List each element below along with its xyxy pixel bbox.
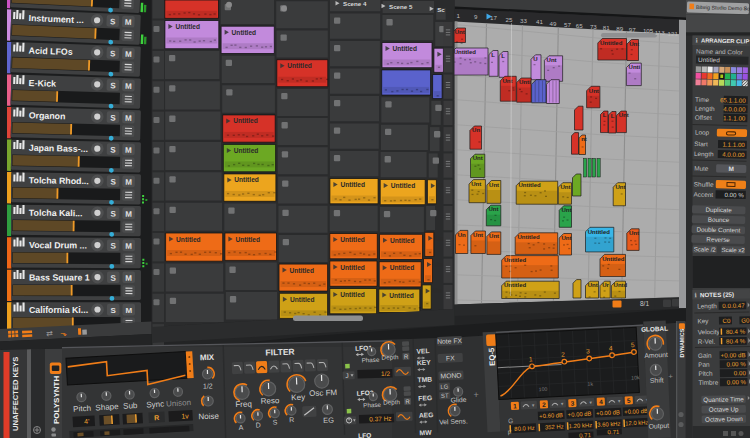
svg-text:Untitled: Untitled: [340, 181, 365, 188]
svg-text:FX: FX: [446, 354, 455, 361]
svg-text:Start: Start: [694, 140, 708, 147]
svg-text:8/1: 8/1: [640, 300, 649, 307]
svg-text:LG: LG: [440, 384, 449, 390]
svg-text:Un: Un: [433, 287, 442, 294]
svg-text:S: S: [110, 113, 116, 122]
svg-text:Untitled: Untitled: [393, 45, 418, 52]
svg-text:M: M: [125, 146, 132, 155]
svg-text:Bounce: Bounce: [708, 216, 730, 223]
svg-text:S: S: [111, 242, 117, 251]
svg-text:41: 41: [536, 18, 543, 25]
svg-text:L: L: [611, 113, 615, 119]
svg-text:Unt: Unt: [588, 282, 598, 288]
svg-text:89: 89: [616, 25, 623, 32]
svg-text:Shift: Shift: [650, 376, 664, 384]
svg-text:Phase: Phase: [361, 356, 380, 364]
svg-text:25: 25: [506, 16, 513, 23]
svg-text:Name and Color: Name and Color: [696, 48, 744, 56]
svg-text:S: S: [111, 306, 117, 315]
svg-text:M: M: [125, 306, 132, 315]
svg-text:FEG: FEG: [418, 394, 432, 402]
svg-text:S: S: [110, 49, 116, 58]
svg-text:10k: 10k: [631, 374, 640, 380]
svg-text:33: 33: [520, 17, 527, 24]
svg-text:Unt: Unt: [629, 41, 639, 47]
svg-text:Scale /2: Scale /2: [694, 245, 717, 252]
svg-text:1/2: 1/2: [203, 382, 213, 389]
svg-text:Untitled: Untitled: [504, 282, 527, 288]
svg-text:Untitled: Untitled: [290, 296, 315, 303]
svg-text:Untitled: Untitled: [234, 147, 259, 154]
svg-text:80.0 Hz: 80.0 Hz: [514, 425, 535, 432]
svg-text:R: R: [289, 416, 294, 423]
svg-text:Note FX: Note FX: [437, 337, 463, 345]
svg-text:0.37 Hz: 0.37 Hz: [369, 415, 392, 423]
svg-text:M: M: [125, 178, 132, 187]
svg-text:L: L: [603, 112, 607, 118]
svg-text:80.4 %: 80.4 %: [726, 337, 746, 344]
svg-text:Unt: Unt: [473, 232, 483, 238]
svg-text:1/2: 1/2: [381, 370, 391, 377]
svg-text:NOTES (25): NOTES (25): [700, 291, 734, 299]
svg-text:Untitled: Untitled: [600, 40, 623, 46]
svg-text:0.00 %: 0.00 %: [727, 378, 747, 385]
svg-text:Osc FM: Osc FM: [309, 388, 338, 398]
svg-text:Untitled: Untitled: [602, 256, 625, 262]
svg-text:ST: ST: [441, 393, 449, 399]
svg-text:Unt: Unt: [561, 184, 571, 190]
svg-text:Timbre: Timbre: [698, 379, 718, 386]
svg-text:Unt: Unt: [489, 206, 499, 212]
svg-text:Un: Un: [472, 127, 480, 133]
svg-text:Vel Sens.: Vel Sens.: [439, 417, 468, 425]
svg-text:Acid LFOs: Acid LFOs: [28, 45, 72, 57]
svg-text:L: L: [491, 52, 495, 58]
svg-text:Untitled: Untitled: [340, 291, 365, 298]
svg-text:Tolcha Kali...: Tolcha Kali...: [29, 208, 83, 219]
svg-text:M: M: [125, 242, 132, 251]
svg-text:M: M: [125, 50, 132, 59]
svg-text:Untd: Untd: [614, 282, 628, 288]
svg-text:S: S: [273, 419, 278, 426]
svg-text:+0.00 dB: +0.00 dB: [596, 409, 620, 416]
svg-text:Un: Un: [435, 235, 444, 242]
svg-text:⬎: ⬎: [60, 329, 67, 338]
svg-text:California Ki...: California Ki...: [29, 305, 88, 315]
svg-text:Bass Square 1: Bass Square 1: [29, 273, 90, 283]
svg-text:Pitch: Pitch: [698, 370, 713, 377]
svg-text:73: 73: [590, 23, 597, 30]
svg-text:Un: Un: [434, 261, 443, 268]
svg-text:Time: Time: [695, 96, 710, 103]
svg-text:S: S: [110, 145, 116, 154]
svg-text:Mute: Mute: [694, 165, 709, 172]
svg-text:0.0.0.47: 0.0.0.47: [722, 302, 745, 309]
svg-text:Octave Down: Octave Down: [705, 415, 743, 423]
svg-text:9: 9: [474, 13, 478, 20]
svg-text:Unti: Unti: [519, 79, 531, 85]
svg-text:Tolcha Rhod...: Tolcha Rhod...: [29, 175, 89, 186]
svg-text:S: S: [110, 210, 116, 219]
svg-text:Unt: Unt: [473, 155, 483, 161]
svg-text:Accent: Accent: [694, 191, 714, 198]
svg-text:121: 121: [668, 30, 679, 37]
svg-text:Sc: Sc: [437, 6, 445, 13]
svg-text:LFO: LFO: [358, 432, 371, 438]
svg-text:Unt: Unt: [561, 235, 571, 241]
svg-text:AEG: AEG: [419, 411, 434, 419]
svg-text:DYNAMICS: DYNAMICS: [679, 328, 685, 357]
svg-text:Offset: Offset: [695, 114, 712, 121]
svg-text:Double Content: Double Content: [696, 226, 740, 234]
svg-text:FILTER: FILTER: [265, 346, 294, 357]
svg-text:Unt: Unt: [455, 29, 465, 35]
svg-text:+0.00 dB: +0.00 dB: [568, 411, 592, 418]
svg-text:EG: EG: [323, 416, 334, 425]
svg-text:Phase: Phase: [363, 401, 382, 409]
svg-text:352 Hz: 352 Hz: [545, 424, 564, 431]
svg-text:S: S: [111, 274, 117, 283]
svg-text:nt: nt: [581, 136, 587, 142]
svg-text:Unison: Unison: [166, 398, 191, 408]
svg-text:+0.60 dB: +0.60 dB: [539, 412, 563, 419]
svg-text:S: S: [110, 178, 116, 187]
svg-text:Glide: Glide: [450, 396, 466, 404]
svg-text:Untitled: Untitled: [340, 236, 365, 243]
svg-text:Key: Key: [291, 393, 305, 402]
